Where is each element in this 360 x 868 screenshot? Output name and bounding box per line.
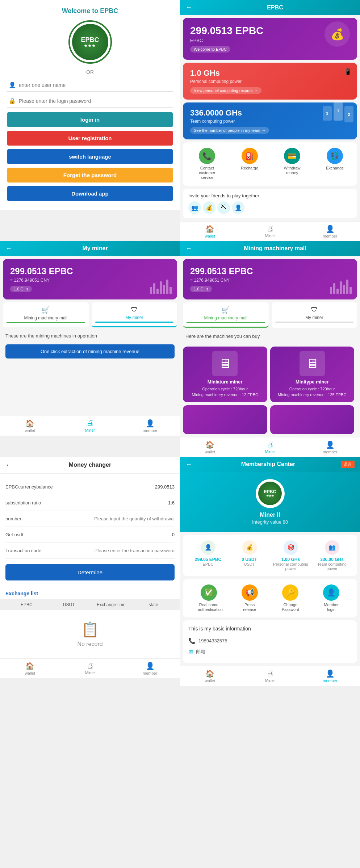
member-hero: EPBC ★★★ Miner II Integrity value 88 [180, 472, 360, 532]
nav-wallet[interactable]: 🏠 wallet [180, 225, 240, 238]
txcode-input[interactable] [41, 548, 175, 553]
team-members-btn[interactable]: See the number of people in my team → [190, 127, 269, 134]
service-withdraw[interactable]: 💳 Withdraw money [281, 148, 303, 180]
mall-active-icon: 🛒 [187, 306, 265, 314]
action-press[interactable]: 📢 Press release [239, 584, 260, 612]
exchange-list-title: Exchange list [0, 588, 180, 599]
forget-button[interactable]: Forget the password [7, 168, 173, 183]
member-nav-wallet[interactable]: 🏠 wallet [180, 669, 240, 683]
stat-team: 👥 336.00 GHs Team computing power [312, 540, 352, 571]
mall-back-icon[interactable]: ← [185, 245, 192, 252]
card-decoration: 💰 [325, 21, 350, 47]
language-button[interactable]: switch language [7, 149, 173, 164]
miner-tabs: 🛒 Mining machinery mall 🛡 My miner [3, 302, 177, 327]
nav-miner[interactable]: 🖨 Miner [240, 225, 300, 238]
back-icon[interactable]: ← [185, 4, 192, 11]
mall-tab-icon: 🛒 [7, 306, 85, 314]
service-row: 📞 Contact customer service ⛽ Recharge 💳 … [183, 142, 357, 186]
miner-wallet-label: wallet [25, 428, 35, 433]
form-row-balance: EPBCcurrencybalance 299.0513 [5, 479, 175, 495]
tab-my-miner-mall[interactable]: 🛡 My miner [272, 302, 357, 328]
miner-balance-cny: = 1276.949051 CNY [10, 278, 170, 283]
my-miner-mall-label: My miner [275, 315, 354, 320]
tab-my-miner[interactable]: 🛡 My miner [92, 302, 177, 327]
password-input[interactable] [19, 98, 171, 104]
my-miner-tab-label: My miner [95, 315, 174, 320]
changer-nav-miner[interactable]: 🖨 Miner [60, 662, 120, 675]
service-recharge[interactable]: ⛽ Recharge [241, 148, 258, 180]
mall-item-miniature[interactable]: 🖥 Miniature miner Operation cycle : 720h… [183, 347, 267, 402]
changer-miner-label: Miner [85, 671, 95, 675]
form-row-ratio: subscription ratio 1:6 [5, 495, 175, 511]
realname-label: Real name authentication [198, 603, 219, 612]
form-row-number: number [5, 511, 175, 527]
member-wallet-label: wallet [205, 679, 215, 683]
nav-member[interactable]: 👤 member [300, 225, 360, 238]
press-label: Press release [239, 603, 260, 612]
compute-deco: 📱 [344, 68, 352, 75]
tab-mall-active[interactable]: 🛒 Mining machinery mall [183, 302, 269, 328]
miner-machines-section: These are the mining machines in operati… [0, 330, 180, 361]
lang-button[interactable]: 语言 [341, 461, 355, 468]
miner-nav-wallet[interactable]: 🏠 wallet [0, 419, 60, 433]
download-button[interactable]: Download app [7, 186, 173, 201]
form-row-usdt: Get usdt 0 [5, 527, 175, 543]
number-input[interactable] [38, 516, 175, 521]
compute-records-btn[interactable]: View personel computing records → [190, 87, 261, 94]
action-password[interactable]: 🔑 Change Password [280, 584, 301, 612]
member-logo: EPBC ★★★ [256, 479, 285, 508]
col-state: state [132, 602, 175, 607]
action-realname[interactable]: ✅ Real name authentication [198, 584, 219, 612]
memberlogin-icon: 👤 [323, 584, 339, 601]
changer-wallet-label: wallet [25, 671, 35, 675]
miniature-img: 🖥 [212, 351, 238, 376]
membership-back-icon[interactable]: ← [185, 461, 192, 468]
number-field-label: number [5, 516, 38, 521]
mall-balance-card: 299.0513 EPBC = 1276.949051 CNY 1.0 GHs [183, 259, 357, 299]
withdraw-icon: 💳 [284, 148, 300, 164]
miner-nav-miner[interactable]: 🖨 Miner [60, 419, 120, 433]
mall-nav-member[interactable]: 👤 member [300, 440, 360, 454]
invite-text: Invite your friends to play together [188, 193, 352, 198]
changer-nav-wallet[interactable]: 🏠 wallet [0, 662, 60, 675]
stat-team-value: 336.00 GHs [312, 557, 352, 562]
mall-item-minitype[interactable]: 🖥 Minitype miner Operation cycle : 720ho… [270, 347, 355, 402]
logo-text: EPBC [81, 36, 99, 44]
action-memberlogin[interactable]: 👤 Member login [321, 584, 342, 612]
changer-back-icon[interactable]: ← [5, 461, 12, 469]
member-miner-icon: 🖨 [267, 669, 274, 678]
miner-back-icon[interactable]: ← [5, 245, 12, 252]
stat-personal: 🎯 1.00 GHs Personal computing power [271, 540, 310, 571]
miner-nav-member[interactable]: 👤 member [120, 419, 180, 433]
col-time: Exchange time [90, 602, 133, 607]
basic-info-title: This is my basic information [188, 626, 352, 632]
mall-bottom-nav: 🏠 wallet 🖨 Miner 👤 member [180, 437, 360, 457]
stat-team-label: Team computing power [312, 562, 352, 571]
miniature-name: Miniature miner [187, 379, 263, 385]
member-name: Miner II [187, 512, 353, 518]
username-input[interactable] [19, 82, 171, 88]
service-exchange[interactable]: 💱 Exchange [326, 148, 344, 180]
extract-button[interactable]: One click extraction of mining machine r… [5, 344, 175, 358]
col-epbc: EPBC [5, 602, 48, 607]
register-button[interactable]: User registration [7, 131, 173, 146]
usdt-field-value: 0 [38, 532, 175, 537]
changer-nav-member[interactable]: 👤 member [120, 662, 180, 675]
tab-mall[interactable]: 🛒 Mining machinery mall [3, 302, 89, 327]
mall-nav-miner[interactable]: 🖨 Miner [240, 440, 300, 454]
no-record-text: No record [77, 641, 102, 647]
member-nav-miner[interactable]: 🖨 Miner [240, 669, 300, 683]
determine-button[interactable]: Determine [5, 564, 175, 580]
mall-nav-wallet[interactable]: 🏠 wallet [180, 440, 240, 454]
miner-member-label: member [143, 428, 157, 433]
exchange-icon: 💱 [327, 148, 343, 164]
stat-epbc-icon: 👤 [201, 540, 215, 555]
member-miner-label: Miner [265, 678, 275, 683]
miner-wallet-icon: 🏠 [25, 419, 34, 428]
service-contact[interactable]: 📞 Contact customer service [196, 148, 218, 180]
login-button[interactable]: login in [7, 112, 173, 127]
member-nav-member[interactable]: 👤 member [300, 669, 360, 683]
member-wallet-icon: 🏠 [205, 669, 214, 678]
email-icon: ✉ [188, 649, 193, 655]
mall-balance-cny: = 1276.949051 CNY [190, 278, 350, 283]
